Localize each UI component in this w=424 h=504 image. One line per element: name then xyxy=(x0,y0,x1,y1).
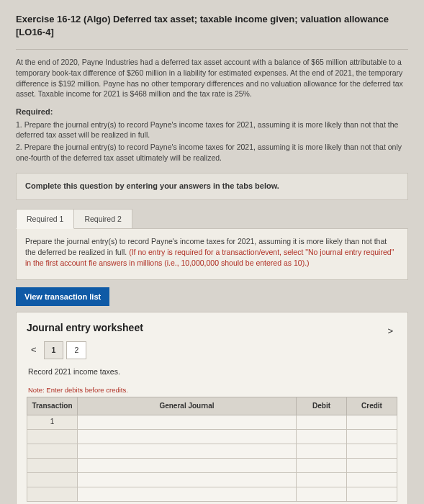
credit-cell[interactable] xyxy=(347,458,397,472)
credit-cell[interactable] xyxy=(347,444,397,458)
chevron-left-icon[interactable]: < xyxy=(27,342,41,358)
col-transaction: Transaction xyxy=(27,397,78,415)
debit-cell[interactable] xyxy=(297,415,347,429)
view-transaction-list-button[interactable]: View transaction list xyxy=(16,287,109,306)
debit-cell[interactable] xyxy=(297,444,347,458)
tabs: Required 1 Required 2 xyxy=(16,209,408,230)
col-general-journal: General Journal xyxy=(78,397,297,415)
worksheet-page-1[interactable]: 1 xyxy=(44,341,64,359)
txn-number-cell xyxy=(27,444,78,458)
credit-cell[interactable] xyxy=(347,429,397,444)
required-item-2: 2. Prepare the journal entry(s) to recor… xyxy=(16,142,408,163)
account-cell[interactable] xyxy=(78,472,297,487)
debit-cell[interactable] xyxy=(297,429,347,444)
credit-cell[interactable] xyxy=(347,415,397,429)
required-label: Required: xyxy=(16,107,408,117)
required-item-1: 1. Prepare the journal entry(s) to recor… xyxy=(16,120,408,140)
divider xyxy=(16,49,408,50)
col-debit: Debit xyxy=(297,397,347,415)
account-cell[interactable] xyxy=(78,415,297,429)
account-cell[interactable] xyxy=(78,458,297,472)
worksheet-page-2[interactable]: 2 xyxy=(66,341,86,359)
exercise-title: Exercise 16-12 (Algo) Deferred tax asset… xyxy=(16,13,408,39)
worksheet-note: Note: Enter debits before credits. xyxy=(28,385,397,395)
scenario-text: At the end of 2020, Payne Industries had… xyxy=(16,57,408,99)
worksheet-title: Journal entry worksheet xyxy=(27,321,143,336)
table-row xyxy=(27,472,397,487)
tab-required-1[interactable]: Required 1 xyxy=(16,209,74,230)
account-cell[interactable] xyxy=(78,429,297,444)
table-row xyxy=(27,444,397,458)
txn-number-cell xyxy=(27,458,78,472)
debit-cell[interactable] xyxy=(297,472,347,487)
worksheet-subtitle: Record 2021 income taxes. xyxy=(28,366,397,377)
instruction-bar: Complete this question by entering your … xyxy=(16,173,408,199)
col-credit: Credit xyxy=(347,397,397,415)
txn-number-cell xyxy=(27,487,78,501)
credit-cell[interactable] xyxy=(347,472,397,487)
chevron-right-icon[interactable]: > xyxy=(383,323,397,339)
txn-number-cell: 1 xyxy=(27,415,78,429)
worksheet-page-nav: < 1 2 xyxy=(27,341,397,359)
account-cell[interactable] xyxy=(78,487,297,501)
credit-cell[interactable] xyxy=(347,487,397,501)
table-row: 1 xyxy=(27,415,397,429)
table-row xyxy=(27,458,397,472)
table-row xyxy=(27,429,397,444)
tab-required-2[interactable]: Required 2 xyxy=(73,209,132,230)
txn-number-cell xyxy=(27,472,78,487)
account-cell[interactable] xyxy=(78,444,297,458)
debit-cell[interactable] xyxy=(297,458,347,472)
journal-worksheet: Journal entry worksheet > < 1 2 Record 2… xyxy=(16,312,408,504)
journal-table: Transaction General Journal Debit Credit… xyxy=(27,397,397,502)
debit-cell[interactable] xyxy=(297,487,347,501)
txn-number-cell xyxy=(27,429,78,444)
tab-panel: Prepare the journal entry(s) to record P… xyxy=(16,228,408,280)
table-row xyxy=(27,487,397,501)
